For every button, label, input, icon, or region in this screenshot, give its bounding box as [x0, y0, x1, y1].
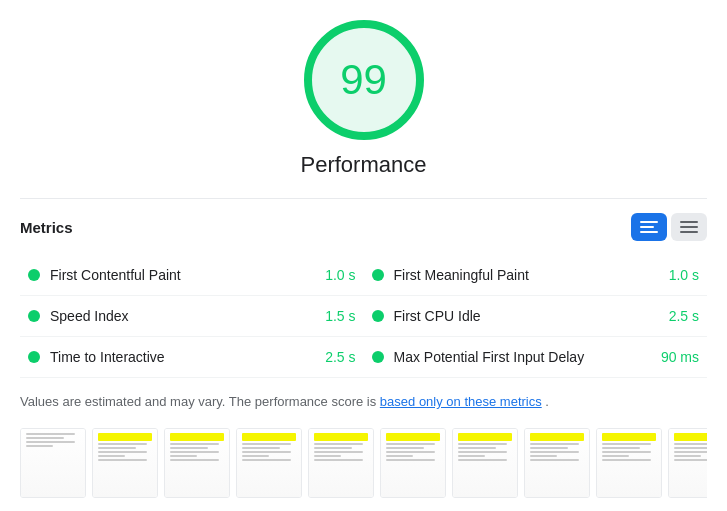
- metric-value: 1.0 s: [669, 267, 699, 283]
- disclaimer-text-after: .: [545, 394, 549, 409]
- metrics-title: Metrics: [20, 219, 73, 236]
- metric-row: First CPU Idle 2.5 s: [364, 296, 708, 337]
- filmstrip-frame: [236, 428, 302, 498]
- metric-status-dot: [372, 351, 384, 363]
- filmstrip-frame: [20, 428, 86, 498]
- metric-row: Time to Interactive 2.5 s: [20, 337, 364, 378]
- metric-status-dot: [372, 310, 384, 322]
- grid-view-button[interactable]: [671, 213, 707, 241]
- metric-value: 90 ms: [661, 349, 699, 365]
- metric-value: 1.5 s: [325, 308, 355, 324]
- filmstrip: [20, 428, 707, 498]
- view-toggle: [631, 213, 707, 241]
- metric-name: First Meaningful Paint: [394, 267, 661, 283]
- disclaimer-text-before: Values are estimated and may vary. The p…: [20, 394, 380, 409]
- metric-row: First Contentful Paint 1.0 s: [20, 255, 364, 296]
- metric-name: First CPU Idle: [394, 308, 661, 324]
- metric-row: First Meaningful Paint 1.0 s: [364, 255, 708, 296]
- filmstrip-frame: [308, 428, 374, 498]
- metric-value: 2.5 s: [669, 308, 699, 324]
- metric-name: First Contentful Paint: [50, 267, 317, 283]
- score-circle: 99: [304, 20, 424, 140]
- metric-status-dot: [372, 269, 384, 281]
- metric-status-dot: [28, 269, 40, 281]
- disclaimer-link[interactable]: based only on these metrics: [380, 394, 542, 409]
- score-section: 99 Performance: [20, 20, 707, 178]
- score-label: Performance: [301, 152, 427, 178]
- metric-row: Speed Index 1.5 s: [20, 296, 364, 337]
- list-view-button[interactable]: [631, 213, 667, 241]
- filmstrip-frame: [92, 428, 158, 498]
- metric-row: Max Potential First Input Delay 90 ms: [364, 337, 708, 378]
- filmstrip-frame: [164, 428, 230, 498]
- metric-status-dot: [28, 310, 40, 322]
- metric-name: Max Potential First Input Delay: [394, 349, 653, 365]
- filmstrip-frame: [596, 428, 662, 498]
- list-icon: [640, 221, 658, 233]
- score-value: 99: [340, 56, 387, 104]
- metric-status-dot: [28, 351, 40, 363]
- filmstrip-frame: [524, 428, 590, 498]
- grid-icon: [680, 221, 698, 233]
- metric-value: 1.0 s: [325, 267, 355, 283]
- disclaimer: Values are estimated and may vary. The p…: [20, 392, 707, 412]
- metric-name: Speed Index: [50, 308, 317, 324]
- metric-value: 2.5 s: [325, 349, 355, 365]
- filmstrip-frame: [668, 428, 707, 498]
- metrics-header: Metrics: [20, 198, 707, 241]
- metrics-grid: First Contentful Paint 1.0 s First Meani…: [20, 255, 707, 378]
- filmstrip-frame: [452, 428, 518, 498]
- filmstrip-frame: [380, 428, 446, 498]
- metric-name: Time to Interactive: [50, 349, 317, 365]
